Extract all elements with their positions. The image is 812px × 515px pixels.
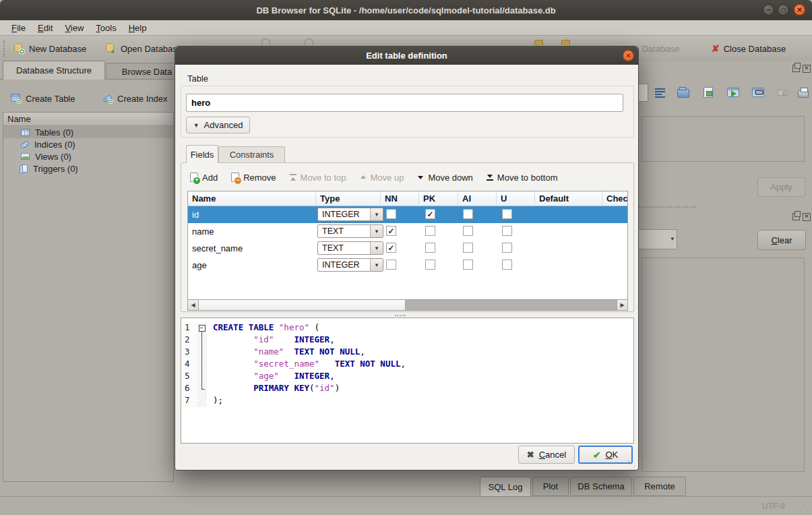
- dialog-titlebar[interactable]: Edit table definition: [175, 47, 638, 65]
- table-name-input[interactable]: [186, 94, 623, 112]
- tab-sql-log[interactable]: SQL Log: [480, 477, 531, 497]
- set-null-icon[interactable]: [778, 90, 788, 96]
- field-row-age[interactable]: ageINTEGER▾: [188, 257, 627, 274]
- u-checkbox[interactable]: [502, 260, 512, 270]
- column-header-u[interactable]: U: [497, 191, 535, 206]
- chevron-down-icon[interactable]: ▾: [370, 259, 383, 271]
- nn-checkbox[interactable]: ✓: [386, 226, 396, 236]
- float-panel-icon[interactable]: [792, 213, 800, 220]
- close-panel-icon[interactable]: ✕: [803, 65, 811, 73]
- clear-button[interactable]: Clear: [757, 230, 806, 250]
- menu-help[interactable]: Help: [123, 22, 153, 34]
- apply-button[interactable]: Apply: [757, 177, 805, 197]
- column-header-type[interactable]: Type: [316, 191, 381, 206]
- dialog-close-button[interactable]: ✕: [623, 50, 634, 61]
- nn-checkbox[interactable]: ✓: [386, 243, 396, 253]
- remove-button[interactable]: Remove: [231, 173, 276, 183]
- save-icon[interactable]: [704, 87, 713, 98]
- scroll-right-icon[interactable]: ▶: [617, 300, 627, 310]
- menu-tools[interactable]: Tools: [90, 22, 122, 34]
- ai-checkbox[interactable]: [463, 260, 473, 270]
- sql-preview[interactable]: 1CREATE TABLE "hero" (2 "id" INTEGER,3 "…: [181, 317, 634, 444]
- pk-checkbox[interactable]: [425, 260, 435, 270]
- create-index-button[interactable]: Create Index: [102, 90, 167, 107]
- chevron-down-icon[interactable]: ▾: [370, 242, 383, 254]
- u-checkbox[interactable]: [502, 209, 512, 219]
- chevron-down-icon[interactable]: ▾: [370, 208, 383, 220]
- tab-fields[interactable]: Fields: [186, 145, 218, 163]
- tab-plot[interactable]: Plot: [532, 477, 569, 496]
- tree-column-header-name[interactable]: Name: [3, 113, 173, 126]
- chevron-down-icon[interactable]: ▾: [370, 225, 383, 237]
- type-combo[interactable]: TEXT▾: [317, 224, 383, 238]
- window-titlebar[interactable]: DB Browser for SQLite - /home/user/code/…: [0, 0, 812, 20]
- nn-checkbox[interactable]: [386, 209, 396, 219]
- new-database-button[interactable]: New Database: [13, 40, 86, 57]
- u-checkbox[interactable]: [502, 243, 512, 253]
- advanced-button[interactable]: ▼ Advanced: [186, 117, 250, 133]
- window-close-button[interactable]: ✕: [794, 4, 805, 16]
- float-panel-icon[interactable]: [792, 65, 800, 72]
- sql-line: 3 "name" TEXT NOT NULL,: [181, 346, 633, 359]
- print-icon[interactable]: [798, 90, 809, 98]
- tree-item-tables[interactable]: Tables (0): [3, 126, 173, 138]
- tree-item-triggers[interactable]: Triggers (0): [3, 162, 173, 175]
- column-header-pk[interactable]: PK: [419, 191, 458, 206]
- pk-checkbox[interactable]: [425, 226, 435, 236]
- open-database-button[interactable]: Open Database: [105, 40, 182, 57]
- column-header-check[interactable]: Check: [602, 191, 628, 206]
- ai-checkbox[interactable]: [463, 209, 473, 219]
- toolbar-partial-icon: [561, 40, 570, 45]
- tab-remote[interactable]: Remote: [633, 477, 686, 496]
- export-icon[interactable]: [727, 88, 739, 97]
- sql-log-area[interactable]: [642, 258, 805, 472]
- field-row-secret_name[interactable]: secret_nameTEXT▾✓: [188, 240, 627, 257]
- add-button[interactable]: Add: [190, 173, 218, 183]
- u-checkbox[interactable]: [502, 226, 512, 236]
- scrollbar-thumb[interactable]: [199, 300, 406, 310]
- tab-database-structure[interactable]: Database Structure: [3, 61, 105, 80]
- dialog-resize-grip[interactable]: ⋱: [627, 459, 635, 468]
- cancel-button[interactable]: ✖ Cancel: [518, 446, 575, 464]
- pk-checkbox[interactable]: ✓: [425, 209, 435, 219]
- type-combo[interactable]: INTEGER▾: [317, 258, 383, 272]
- tree-item-indices[interactable]: Indices (0): [3, 138, 173, 150]
- move-down-button[interactable]: Move down: [417, 173, 472, 183]
- field-row-id[interactable]: idINTEGER▾✓: [188, 206, 627, 223]
- import-icon[interactable]: [677, 89, 689, 98]
- ai-checkbox[interactable]: [463, 243, 473, 253]
- field-row-name[interactable]: nameTEXT▾✓: [188, 223, 627, 240]
- fold-marker-icon[interactable]: [197, 322, 207, 334]
- scroll-left-icon[interactable]: ◀: [188, 300, 199, 310]
- menu-edit[interactable]: Edit: [32, 22, 59, 34]
- link-icon[interactable]: [752, 88, 764, 97]
- tab-db-schema[interactable]: DB Schema: [570, 477, 632, 496]
- ok-button[interactable]: ✔ OK: [578, 446, 633, 464]
- menu-view[interactable]: View: [59, 22, 90, 34]
- column-header-default[interactable]: Default: [535, 191, 602, 206]
- toolbar-grip[interactable]: [3, 40, 5, 57]
- tree-item-views[interactable]: Views (0): [3, 150, 173, 162]
- maximize-button[interactable]: □: [778, 4, 789, 16]
- cell-editor-area[interactable]: [642, 116, 805, 162]
- splitter-handle[interactable]: [395, 315, 406, 316]
- dock-splitter-handle[interactable]: [639, 206, 695, 208]
- type-combo[interactable]: INTEGER▾: [317, 208, 383, 221]
- minimize-button[interactable]: –: [763, 4, 774, 16]
- window-resize-grip[interactable]: ⋱: [802, 504, 809, 512]
- ai-checkbox[interactable]: [463, 226, 473, 236]
- horizontal-scrollbar[interactable]: ◀ ▶: [188, 299, 627, 310]
- column-header-name[interactable]: Name: [188, 191, 316, 206]
- close-panel-icon[interactable]: ✕: [803, 213, 811, 221]
- close-database-button[interactable]: ✘ Close Database: [712, 40, 786, 57]
- menu-file[interactable]: File: [5, 22, 32, 34]
- column-header-ai[interactable]: AI: [458, 191, 497, 206]
- tab-constraints[interactable]: Constraints: [218, 146, 285, 162]
- column-header-nn[interactable]: NN: [381, 191, 419, 206]
- create-table-button[interactable]: Create Table: [11, 90, 75, 107]
- word-wrap-icon[interactable]: [655, 88, 666, 98]
- nn-checkbox[interactable]: [386, 260, 396, 270]
- type-combo[interactable]: TEXT▾: [317, 241, 383, 255]
- move-to-bottom-button[interactable]: Move to bottom: [487, 173, 558, 183]
- pk-checkbox[interactable]: [425, 243, 435, 253]
